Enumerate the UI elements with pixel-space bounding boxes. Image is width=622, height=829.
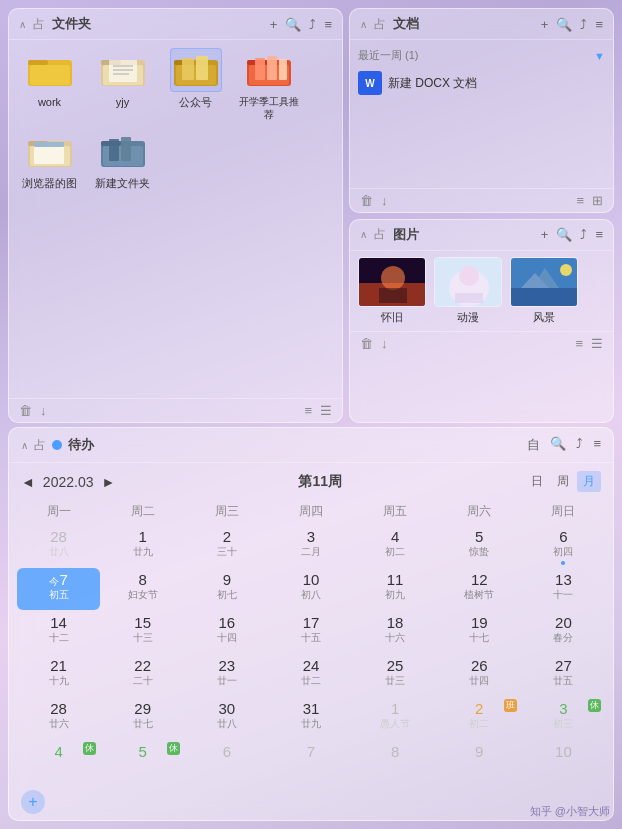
cal-day-15[interactable]: 15十三 (101, 611, 184, 653)
cal-day-14[interactable]: 14十二 (17, 611, 100, 653)
docs-search-icon[interactable]: 🔍 (556, 17, 572, 32)
cal-day-19[interactable]: 19十七 (438, 611, 521, 653)
cal-day-20[interactable]: 20春分 (522, 611, 605, 653)
pics-add-icon[interactable]: + (541, 227, 549, 242)
pic-huaijiu[interactable]: 怀旧 (358, 257, 426, 325)
cal-day-23[interactable]: 23廿一 (185, 654, 268, 696)
docs-pin-icon[interactable]: 占 (374, 16, 386, 33)
cal-day-6[interactable]: 6初四 (522, 525, 605, 567)
folders-search-icon[interactable]: 🔍 (285, 17, 301, 32)
folder-liulanqi[interactable]: 浏览器的图 (17, 129, 82, 190)
cal-day-30[interactable]: 30廿八 (185, 697, 268, 739)
pics-trash-icon[interactable]: 🗑 (360, 336, 373, 351)
cal-day-39[interactable]: 8 (354, 740, 437, 782)
folder-xinjian[interactable]: 新建文件夹 (90, 129, 155, 190)
folders-grid-icon[interactable]: ☰ (320, 403, 332, 418)
cal-day-5[interactable]: 5惊蛰 (438, 525, 521, 567)
cal-day-16[interactable]: 16十四 (185, 611, 268, 653)
calendar-view-month[interactable]: 月 (577, 471, 601, 492)
cal-day-7[interactable]: 今7初五 (17, 568, 100, 610)
folders-title: 文件夹 (52, 15, 266, 33)
cal-day-24[interactable]: 24廿二 (269, 654, 352, 696)
cal-day-33[interactable]: 班2初二 (438, 697, 521, 739)
folder-gongzhonghao[interactable]: 公众号 (163, 48, 228, 121)
pic-dongman[interactable]: 动漫 (434, 257, 502, 325)
cal-day-17[interactable]: 17十五 (269, 611, 352, 653)
pic-fengjing[interactable]: 风景 (510, 257, 578, 325)
folders-menu-icon[interactable]: ≡ (324, 17, 332, 32)
calendar-self-icon[interactable]: 自 (527, 436, 540, 454)
cal-day-37[interactable]: 6 (185, 740, 268, 782)
cal-day-32[interactable]: 1愚人节 (354, 697, 437, 739)
cal-day-25[interactable]: 25廿三 (354, 654, 437, 696)
calendar-share-icon[interactable]: ⤴ (576, 436, 583, 454)
cal-day-2[interactable]: 2三十 (185, 525, 268, 567)
cal-day-18[interactable]: 18十六 (354, 611, 437, 653)
pics-list-icon[interactable]: ≡ (575, 336, 583, 351)
calendar-view-week[interactable]: 周 (551, 471, 575, 492)
calendar-view-day[interactable]: 日 (525, 471, 549, 492)
cal-day-21[interactable]: 21十九 (17, 654, 100, 696)
pics-header-icons: + 🔍 ⤴ ≡ (541, 227, 603, 242)
docs-collapse-icon[interactable]: ∧ (360, 19, 367, 30)
cal-day-31[interactable]: 31廿九 (269, 697, 352, 739)
folder-yjy[interactable]: yjy (90, 48, 155, 121)
cal-day-27[interactable]: 27廿五 (522, 654, 605, 696)
cal-day-11[interactable]: 11初九 (354, 568, 437, 610)
docs-grid-icon[interactable]: ⊞ (592, 193, 603, 208)
cal-day-10[interactable]: 10初八 (269, 568, 352, 610)
cal-day-35[interactable]: 休4 (17, 740, 100, 782)
cal-day-26[interactable]: 26廿四 (438, 654, 521, 696)
docs-add-icon[interactable]: + (541, 17, 549, 32)
folders-add-icon[interactable]: + (270, 17, 278, 32)
cal-day-3[interactable]: 3二月 (269, 525, 352, 567)
cal-day-0[interactable]: 28廿八 (17, 525, 100, 567)
doc-item-new-docx[interactable]: W 新建 DOCX 文档 (358, 67, 605, 99)
folders-pin-icon[interactable]: 占 (33, 16, 45, 33)
pics-grid-icon[interactable]: ☰ (591, 336, 603, 351)
docs-share-icon[interactable]: ⤴ (580, 17, 587, 32)
cal-day-13[interactable]: 13十一 (522, 568, 605, 610)
calendar-menu-icon[interactable]: ≡ (593, 436, 601, 454)
svg-rect-19 (267, 56, 277, 80)
docs-trash-icon[interactable]: 🗑 (360, 193, 373, 208)
folder-kaixue[interactable]: 开学季工具推荐 (236, 48, 301, 121)
docs-header-icons: + 🔍 ⤴ ≡ (541, 17, 603, 32)
calendar-add-btn[interactable]: + (21, 790, 45, 814)
calendar-next-btn[interactable]: ► (101, 474, 115, 490)
pics-menu-icon[interactable]: ≡ (595, 227, 603, 242)
cal-day-12[interactable]: 12植树节 (438, 568, 521, 610)
folders-collapse-icon[interactable]: ∧ (19, 19, 26, 30)
docs-down-icon[interactable]: ↓ (381, 193, 388, 208)
cal-day-4[interactable]: 4初二 (354, 525, 437, 567)
svg-rect-38 (455, 293, 483, 303)
folders-share-icon[interactable]: ⤴ (309, 17, 316, 32)
folders-down-icon[interactable]: ↓ (40, 403, 47, 418)
cal-day-34[interactable]: 休3初三 (522, 697, 605, 739)
cal-day-8[interactable]: 8妇女节 (101, 568, 184, 610)
folders-trash-icon[interactable]: 🗑 (19, 403, 32, 418)
folder-work[interactable]: work (17, 48, 82, 121)
docs-menu-icon[interactable]: ≡ (595, 17, 603, 32)
docs-list-icon[interactable]: ≡ (576, 193, 584, 208)
calendar-grid: 周一 周二 周三 周四 周五 周六 周日 28廿八1廿九2三十3二月4初二5惊蛰… (9, 496, 613, 786)
cal-day-22[interactable]: 22二十 (101, 654, 184, 696)
cal-day-29[interactable]: 29廿七 (101, 697, 184, 739)
cal-day-9[interactable]: 9初七 (185, 568, 268, 610)
cal-day-40[interactable]: 9 (438, 740, 521, 782)
calendar-pin-icon[interactable]: 占 (34, 437, 46, 454)
pics-share-icon[interactable]: ⤴ (580, 227, 587, 242)
cal-day-41[interactable]: 10 (522, 740, 605, 782)
pics-search-icon[interactable]: 🔍 (556, 227, 572, 242)
calendar-collapse-icon[interactable]: ∧ (21, 440, 28, 451)
pics-collapse-icon[interactable]: ∧ (360, 229, 367, 240)
folders-list-icon[interactable]: ≡ (304, 403, 312, 418)
calendar-search-icon[interactable]: 🔍 (550, 436, 566, 454)
pics-pin-icon[interactable]: 占 (374, 226, 386, 243)
calendar-prev-btn[interactable]: ◄ (21, 474, 35, 490)
pics-down-icon[interactable]: ↓ (381, 336, 388, 351)
cal-day-28[interactable]: 28廿六 (17, 697, 100, 739)
cal-day-36[interactable]: 休5 (101, 740, 184, 782)
cal-day-38[interactable]: 7 (269, 740, 352, 782)
cal-day-1[interactable]: 1廿九 (101, 525, 184, 567)
